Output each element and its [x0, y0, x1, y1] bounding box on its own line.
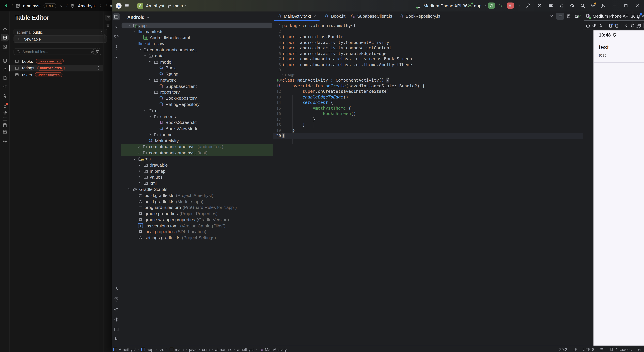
tree-row-androidmanifest-xml[interactable]: MAndroidManifest.xml [122, 34, 272, 40]
editor-tab-book-kt[interactable]: Book.kt [321, 11, 349, 20]
sidebar-item-advisors[interactable] [1, 92, 8, 99]
tree-row-theme[interactable]: theme [122, 132, 272, 138]
window-minimize-icon[interactable] [612, 3, 617, 8]
chevron-down-icon[interactable] [143, 108, 147, 112]
code-line-5[interactable]: 5import androidx.activity.compose.setCon… [273, 45, 583, 51]
close-tab-icon[interactable] [313, 14, 317, 18]
breadcrumb-item-main[interactable]: main [170, 347, 184, 352]
usage-hint[interactable]: 1 Usage [282, 73, 295, 77]
tree-row-com-atmannix-amethyst[interactable]: com.atmannix.amethyst(androidTest) [121, 144, 273, 150]
project-view-selector[interactable]: Android [127, 13, 150, 21]
code-line-2[interactable]: 2 [273, 28, 583, 34]
emulator-volume-down-button[interactable] [598, 22, 604, 29]
chevron-down-icon[interactable] [132, 30, 136, 33]
chevron-right-icon[interactable] [138, 163, 142, 167]
table-row-books[interactable]: booksUNRESTRICTED [10, 58, 103, 65]
tree-row-mipmap[interactable]: mipmap [122, 168, 272, 174]
sidebar-item-integrations[interactable] [1, 128, 8, 135]
tree-row-res[interactable]: res [122, 156, 272, 162]
tool-problems[interactable] [113, 316, 120, 323]
tool-terminal[interactable] [113, 326, 120, 333]
chevron-right-icon[interactable] [148, 133, 152, 136]
tool-more[interactable] [113, 54, 120, 61]
filter-tables-button[interactable] [93, 48, 102, 55]
row-menu-icon[interactable] [96, 66, 101, 70]
code-line-15[interactable]: 15 AmethystTheme { [273, 105, 583, 111]
breadcrumb-item-mainactivity[interactable]: MainActivity [259, 347, 287, 352]
sync-icon[interactable] [537, 3, 542, 8]
emulator-overview-button[interactable] [636, 22, 642, 29]
breadcrumb-item-src[interactable]: src [159, 347, 164, 352]
tree-row-app[interactable]: app [122, 22, 272, 28]
chevron-down-icon[interactable] [148, 60, 152, 64]
editor-tab-mainactivity-kt[interactable]: MainActivity.kt [274, 11, 320, 20]
table-row-users[interactable]: usersUNRESTRICTED [10, 71, 103, 78]
tool-resource-manager[interactable] [113, 34, 120, 40]
code-line-8[interactable]: 8import com.atmannix.amethyst.ui.theme.A… [273, 62, 583, 67]
chevron-down-icon[interactable] [148, 78, 152, 82]
tree-row-ratingrepository[interactable]: RatingRepository [122, 101, 272, 107]
horizontal-scrollbar[interactable] [584, 20, 644, 21]
code-line-16[interactable]: 16 BooksScreen() [273, 111, 583, 116]
gradle-sync-icon[interactable] [569, 3, 575, 8]
settings-icon[interactable] [590, 3, 596, 8]
filter-rows-icon[interactable] [106, 24, 110, 28]
tree-row-kotlin-java[interactable]: kotlin+java [122, 40, 272, 47]
tool-project[interactable] [113, 13, 120, 20]
chevron-down-icon[interactable] [127, 23, 132, 27]
tree-row-gradle-scripts[interactable]: Gradle Scripts [122, 186, 272, 192]
gutter-override-icon[interactable] [277, 83, 281, 88]
sidebar-item-home[interactable] [1, 25, 8, 33]
tree-row-bookrepository[interactable]: BookRepository [122, 95, 272, 101]
tree-row-ui[interactable]: ui [122, 107, 272, 113]
tree-row-proguard-rules-pro[interactable]: proguard-rules.pro(ProGuard Rules for ":… [122, 204, 272, 210]
code-line-3[interactable]: 3import android.os.Bundle [273, 34, 583, 39]
tree-row-gradle-wrapper-properties[interactable]: gradle-wrapper.properties(Gradle Version… [122, 217, 272, 223]
chevron-right-icon[interactable] [138, 175, 142, 179]
debug-button-icon[interactable] [498, 3, 504, 8]
search-tables-input[interactable]: Search tables... [14, 48, 96, 55]
code-line-18[interactable]: 18 } [273, 122, 583, 127]
breadcrumb-item-app[interactable]: app [141, 347, 153, 352]
chevron-down-icon[interactable] [143, 54, 147, 57]
sidebar-item-sql-editor[interactable] [1, 43, 8, 50]
code-line-13[interactable]: 13 enableEdgeToEdge() [273, 94, 583, 100]
tree-row-rating[interactable]: Rating [122, 71, 272, 77]
tree-row-model[interactable]: model [122, 59, 272, 65]
editor-tab-bookrepository-kt[interactable]: BookRepository.kt [395, 11, 444, 20]
gutter-run-icon[interactable] [276, 78, 280, 82]
chevron-down-icon[interactable] [148, 114, 152, 118]
breadcrumb-item-java[interactable]: java [189, 347, 197, 352]
code-line-10[interactable]: 10class MainActivity : ComponentActivity… [273, 78, 583, 83]
indent-widget[interactable]: 4 spaces [610, 347, 632, 352]
sidebar-item-settings[interactable] [1, 138, 8, 145]
code-line-19[interactable]: 19 } [273, 127, 583, 133]
tool-logcat[interactable] [113, 306, 120, 313]
sidebar-item-database[interactable] [1, 56, 8, 64]
tree-row-libs-versions-toml[interactable]: Tlibs.versions.toml(Version Catalog "lib… [122, 223, 272, 229]
code-line-9[interactable]: 9 [273, 67, 583, 73]
inspection-ok-icon[interactable] [578, 14, 582, 18]
code-line-4[interactable]: 4import androidx.activity.ComponentActiv… [273, 39, 583, 45]
tree-row-settings-gradle-kts[interactable]: settings.gradle.kts(Project Settings) [122, 235, 272, 241]
file-writable-icon[interactable] [637, 347, 642, 352]
collapse-panel-button[interactable] [105, 15, 111, 20]
tree-row-supabaseclient[interactable]: SupabaseClient [122, 83, 272, 89]
emulator-power-button[interactable] [585, 22, 591, 29]
editor-tab-supabaseclient-kt[interactable]: SupabaseClient.kt [347, 11, 396, 20]
chevron-down-icon[interactable] [138, 48, 142, 51]
tree-row-gradle-properties[interactable]: gradle.properties(Project Properties) [122, 210, 272, 217]
table-row-ratings[interactable]: ratingsUNRESTRICTED [10, 65, 103, 71]
chevron-right-icon[interactable] [138, 169, 142, 173]
breadcrumb-item-com[interactable]: com [202, 347, 210, 352]
project-switcher-icon[interactable] [99, 4, 103, 8]
main-menu-icon[interactable] [124, 3, 129, 8]
tree-row-manifests[interactable]: manifests [122, 28, 272, 34]
code-line-14[interactable]: 14 setContent { [273, 100, 583, 105]
window-close-icon[interactable] [635, 3, 640, 8]
tree-row-local-properties[interactable]: local.properties(SDK Location) [122, 229, 272, 235]
chevron-down-icon[interactable] [132, 157, 136, 161]
tool-gem[interactable] [113, 296, 120, 303]
file-encoding[interactable]: UTF-8 [583, 347, 594, 352]
sidebar-item-realtime[interactable] [1, 83, 8, 91]
